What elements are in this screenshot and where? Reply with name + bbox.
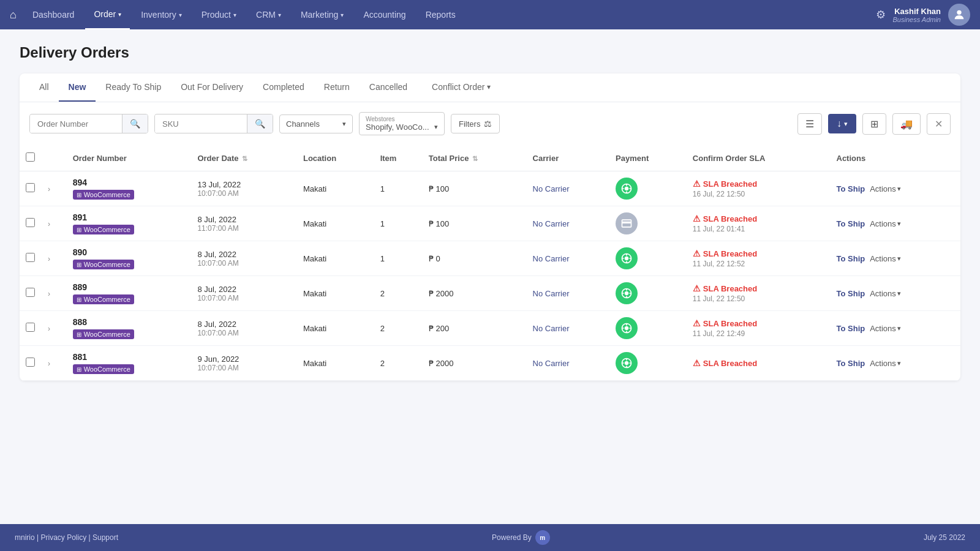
th-order-number[interactable]: Order Number xyxy=(67,145,192,171)
row-expand-cell: › xyxy=(42,311,67,346)
chevron-down-icon: ▾ xyxy=(897,255,901,263)
order-number-input[interactable] xyxy=(30,115,122,133)
order-date: 8 Jul, 2022 xyxy=(197,215,291,224)
nav-item-inventory[interactable]: Inventory ▾ xyxy=(132,0,190,29)
row-checkbox-cell xyxy=(20,276,42,311)
tab-cancelled[interactable]: Cancelled xyxy=(360,73,417,102)
nav-item-reports[interactable]: Reports xyxy=(417,0,464,29)
nav-item-order[interactable]: Order ▾ xyxy=(85,0,130,29)
carrier-link[interactable]: No Carrier xyxy=(533,184,570,193)
chevron-down-icon: ▾ xyxy=(118,11,121,18)
order-channel-badge: ⊞ WooCommerce xyxy=(73,364,134,374)
order-time: 10:07:00 AM xyxy=(197,259,291,268)
row-date-cell: 8 Jul, 2022 10:07:00 AM xyxy=(191,311,297,346)
download-icon: ↓ xyxy=(837,118,842,129)
row-payment-cell xyxy=(609,276,687,311)
tab-ready-to-ship[interactable]: Ready To Ship xyxy=(96,73,171,102)
row-checkbox[interactable] xyxy=(26,323,35,332)
nav-item-dashboard[interactable]: Dashboard xyxy=(24,0,83,29)
actions-dropdown-button[interactable]: Actions ▾ xyxy=(870,289,901,298)
carrier-link[interactable]: No Carrier xyxy=(533,219,570,228)
row-expand-cell: › xyxy=(42,171,67,206)
expand-button[interactable]: › xyxy=(48,185,50,193)
home-icon[interactable]: ⌂ xyxy=(10,9,17,21)
row-price-cell: ₱ 0 xyxy=(423,241,527,276)
woocommerce-icon: ⊞ xyxy=(77,227,81,233)
carrier-link[interactable]: No Carrier xyxy=(533,254,570,263)
row-date-cell: 13 Jul, 2022 10:07:00 AM xyxy=(191,171,297,206)
tab-conflict-order[interactable]: Conflict Order ▾ xyxy=(422,73,500,102)
to-ship-button[interactable]: To Ship xyxy=(837,359,865,368)
order-channel-badge: ⊞ WooCommerce xyxy=(73,260,134,269)
th-total-price[interactable]: Total Price ⇅ xyxy=(423,145,527,171)
to-ship-button[interactable]: To Ship xyxy=(837,324,865,333)
order-time: 10:07:00 AM xyxy=(197,294,291,302)
sku-input[interactable] xyxy=(155,115,247,133)
select-all-checkbox[interactable] xyxy=(26,152,35,162)
filters-button[interactable]: Filters ⚖ xyxy=(451,114,500,133)
tab-all[interactable]: All xyxy=(29,73,59,102)
th-carrier: Carrier xyxy=(527,145,610,171)
row-checkbox[interactable] xyxy=(26,288,35,297)
expand-button[interactable]: › xyxy=(48,290,50,298)
chevron-down-icon: ▾ xyxy=(342,120,346,128)
nav-item-marketing[interactable]: Marketing ▾ xyxy=(292,0,352,29)
user-avatar[interactable] xyxy=(948,4,970,26)
order-number-search-button[interactable]: 🔍 xyxy=(122,114,148,133)
row-payment-cell xyxy=(609,206,687,241)
expand-button[interactable]: › xyxy=(48,220,50,228)
channels-select-group[interactable]: Channels ▾ xyxy=(279,114,353,133)
filters-row: 🔍 🔍 Channels ▾ Webstores Shopify, WooCo.… xyxy=(20,102,960,145)
tab-new[interactable]: New xyxy=(59,73,96,102)
expand-button[interactable]: › xyxy=(48,359,50,368)
nav-item-product[interactable]: Product ▾ xyxy=(193,0,245,29)
truck-button[interactable]: 🚚 xyxy=(892,113,921,135)
to-ship-button[interactable]: To Ship xyxy=(837,219,865,228)
payment-icon xyxy=(616,352,638,374)
expand-button[interactable]: › xyxy=(48,255,50,263)
sku-search-button[interactable]: 🔍 xyxy=(247,114,273,133)
actions-dropdown-button[interactable]: Actions ▾ xyxy=(870,184,901,193)
row-checkbox-cell xyxy=(20,171,42,206)
chevron-down-icon: ▾ xyxy=(179,12,182,18)
actions-dropdown-button[interactable]: Actions ▾ xyxy=(870,219,901,228)
th-order-date[interactable]: Order Date ⇅ xyxy=(191,145,297,171)
row-date-cell: 8 Jul, 2022 10:07:00 AM xyxy=(191,241,297,276)
actions-dropdown-button[interactable]: Actions ▾ xyxy=(870,324,901,333)
th-expand xyxy=(42,145,67,171)
actions-dropdown-button[interactable]: Actions ▾ xyxy=(870,359,901,368)
chevron-down-icon: ▾ xyxy=(897,220,901,228)
gear-icon[interactable]: ⚙ xyxy=(876,8,886,21)
to-ship-button[interactable]: To Ship xyxy=(837,289,865,298)
row-date-cell: 9 Jun, 2022 10:07:00 AM xyxy=(191,346,297,381)
to-ship-button[interactable]: To Ship xyxy=(837,254,865,263)
order-price: ₱ 2000 xyxy=(429,359,454,368)
order-item-count: 2 xyxy=(380,359,385,368)
chevron-down-icon: ▾ xyxy=(897,290,901,298)
main-card: All New Ready To Ship Out For Delivery C… xyxy=(20,73,960,381)
row-actions-cell: To Ship Actions ▾ xyxy=(831,346,961,381)
download-button[interactable]: ↓ ▾ xyxy=(828,114,856,133)
carrier-link[interactable]: No Carrier xyxy=(533,359,570,368)
row-order-number-cell: 890 ⊞ WooCommerce xyxy=(67,241,192,276)
actions-dropdown-button[interactable]: Actions ▾ xyxy=(870,254,901,263)
carrier-link[interactable]: No Carrier xyxy=(533,289,570,298)
row-checkbox[interactable] xyxy=(26,218,35,227)
sla-status: ⚠ SLA Breached xyxy=(693,318,824,328)
close-button[interactable]: ✕ xyxy=(927,113,951,135)
to-ship-button[interactable]: To Ship xyxy=(837,184,865,193)
row-checkbox[interactable] xyxy=(26,183,35,192)
list-view-button[interactable]: ☰ xyxy=(797,113,822,135)
order-number: 881 xyxy=(73,352,186,362)
expand-button[interactable]: › xyxy=(48,324,50,333)
carrier-link[interactable]: No Carrier xyxy=(533,324,570,333)
row-checkbox[interactable] xyxy=(26,358,35,367)
nav-item-crm[interactable]: CRM ▾ xyxy=(247,0,290,29)
nav-item-accounting[interactable]: Accounting xyxy=(355,0,414,29)
tab-out-for-delivery[interactable]: Out For Delivery xyxy=(171,73,253,102)
row-checkbox[interactable] xyxy=(26,253,35,262)
grid-view-button[interactable]: ⊞ xyxy=(862,113,886,135)
tab-completed[interactable]: Completed xyxy=(253,73,314,102)
webstores-select-group[interactable]: Webstores Shopify, WooCo... ▾ xyxy=(359,112,445,135)
tab-return[interactable]: Return xyxy=(314,73,360,102)
